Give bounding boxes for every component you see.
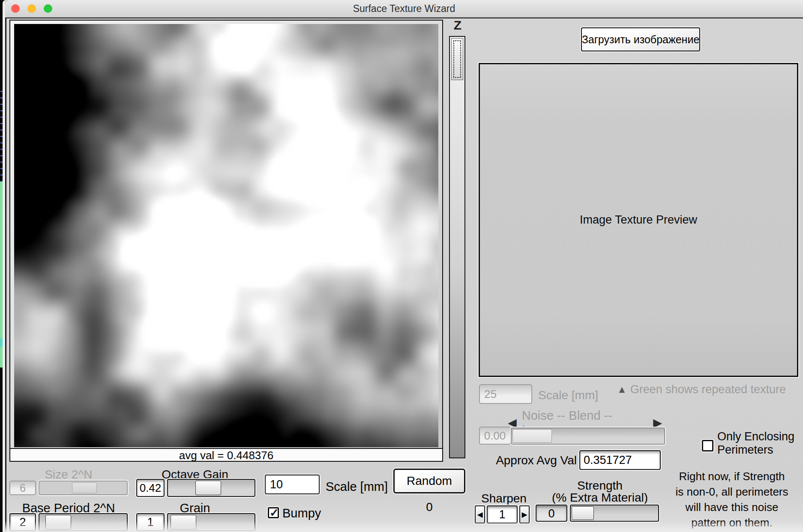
approx-avg-val-label: Approx Avg Val — [483, 454, 577, 467]
avg-val-readout: avg val = 0.448376 — [10, 448, 442, 461]
bumpy-label: Bumpy — [282, 506, 321, 520]
approx-avg-val-input[interactable] — [579, 450, 661, 470]
z-slider-label: Z — [449, 18, 466, 33]
random-seed-value: 0 — [393, 500, 465, 514]
grain-slider[interactable] — [167, 513, 255, 531]
bumpy-checkbox[interactable]: ✓ — [268, 507, 279, 518]
image-texture-preview-panel: Image Texture Preview — [479, 63, 798, 377]
only-enclosing-perimeters-checkbox[interactable] — [702, 440, 713, 451]
z-slider-handle[interactable] — [451, 38, 463, 80]
strength-info-note: Right now, if Strength is non-0, all per… — [666, 469, 798, 530]
sharpen-increment-button[interactable]: ▶ — [519, 505, 530, 523]
size-slider-handle — [72, 482, 97, 493]
content-divider — [6, 18, 803, 18]
octave-gain-value-input[interactable] — [136, 479, 165, 497]
octave-gain-slider-handle[interactable] — [195, 481, 221, 495]
base-period-slider-handle[interactable] — [45, 515, 71, 529]
blend-slider-handle[interactable] — [512, 429, 552, 443]
grain-value-input[interactable] — [136, 513, 165, 531]
strength-slider-handle[interactable] — [572, 506, 594, 520]
strength-label-line2: (% Extra Material) — [535, 491, 665, 505]
grain-slider-handle[interactable] — [171, 515, 196, 529]
strength-slider[interactable] — [570, 505, 659, 522]
only-enclosing-perimeters-label: Only Enclosing Perimeters — [717, 430, 794, 457]
titlebar: Surface Texture Wizard — [5, 0, 803, 18]
base-period-slider[interactable] — [39, 513, 128, 531]
noise-scale-label: Scale [mm] — [326, 480, 388, 494]
image-scale-label: Scale [mm] — [538, 389, 598, 402]
blend-slider[interactable] — [511, 427, 665, 445]
window-title: Surface Texture Wizard — [5, 3, 803, 15]
blend-value-input — [479, 427, 511, 445]
octave-gain-slider[interactable] — [167, 479, 255, 497]
noise-scale-input[interactable] — [265, 475, 320, 494]
repeat-texture-note: ▲ Green shows repeated texture — [617, 383, 786, 396]
base-period-value-input[interactable] — [9, 513, 36, 531]
load-image-button[interactable]: Загрузить изображение — [581, 27, 700, 51]
strength-value-display: 0 — [536, 505, 567, 522]
size-slider — [39, 481, 128, 495]
background-teal-mark — [0, 338, 4, 347]
image-scale-input — [479, 384, 532, 404]
sharpen-value-input[interactable] — [487, 505, 518, 523]
up-triangle-icon: ▲ — [617, 384, 627, 395]
sharpen-label: Sharpen — [474, 492, 534, 505]
check-icon: ✓ — [270, 506, 279, 520]
image-texture-preview-text: Image Texture Preview — [580, 213, 697, 227]
right-arrow-icon: ▶ — [521, 510, 527, 519]
sharpen-decrement-button[interactable]: ◀ — [475, 505, 485, 523]
noise-texture-canvas — [14, 24, 438, 447]
z-slider[interactable] — [449, 36, 465, 458]
random-button[interactable]: Random — [393, 469, 465, 493]
size-label: Size 2^N — [13, 468, 124, 481]
size-value-input — [9, 481, 36, 495]
background-window-sliver — [0, 91, 4, 184]
left-arrow-icon: ◀ — [477, 510, 482, 519]
